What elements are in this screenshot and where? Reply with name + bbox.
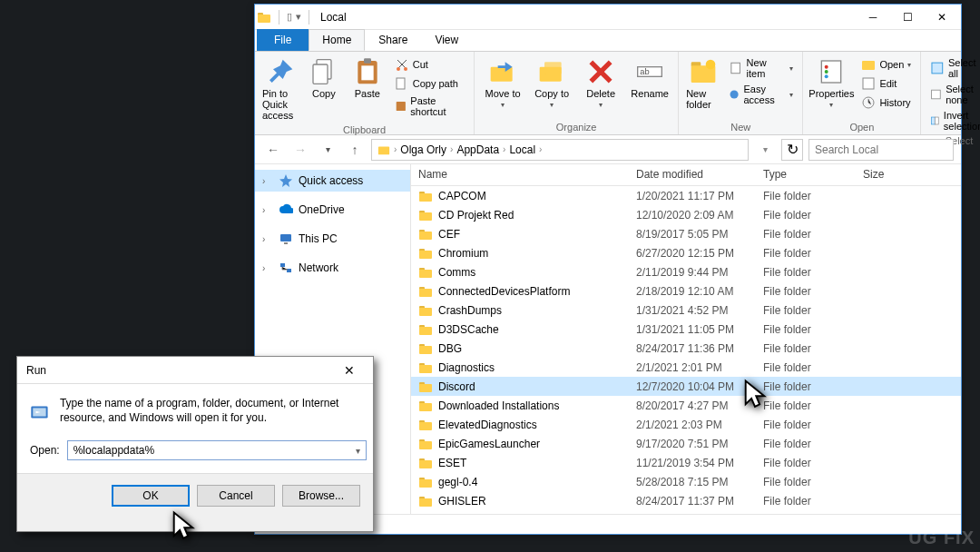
file-row[interactable]: CD Projekt Red12/10/2020 2:09 AMFile fol… (411, 205, 961, 224)
run-titlebar: Run ✕ (17, 357, 373, 384)
file-row[interactable]: CAPCOM1/20/2021 11:17 PMFile folder (411, 186, 961, 205)
file-row[interactable]: Diagnostics2/1/2021 2:01 PMFile folder (411, 358, 961, 377)
svg-point-24 (825, 74, 828, 78)
ribbon: Pin to Quick access Copy Paste Cut Copy … (255, 52, 961, 135)
file-row[interactable]: DBG8/24/2017 11:36 PMFile folder (411, 339, 961, 358)
history-button[interactable]: History (858, 94, 915, 112)
qat-item[interactable]: ▾ (296, 11, 301, 23)
nav-item-this-pc[interactable]: ›This PC (255, 228, 410, 250)
tab-share[interactable]: Share (365, 29, 421, 51)
svg-rect-29 (932, 90, 941, 99)
paste-button[interactable]: Paste (348, 55, 387, 101)
selectall-icon (930, 61, 945, 75)
minimize-button[interactable]: ─ (856, 5, 890, 30)
browse-button[interactable]: Browse... (282, 485, 360, 507)
file-row[interactable]: Downloaded Installations8/20/2017 4:27 P… (411, 396, 961, 415)
window-title: Local (320, 11, 347, 24)
file-row[interactable]: ElevatedDiagnostics2/1/2021 2:03 PMFile … (411, 415, 961, 434)
svg-rect-66 (419, 460, 432, 468)
col-size[interactable]: Size (856, 164, 928, 185)
col-date[interactable]: Date modified (629, 164, 756, 185)
cancel-button[interactable]: Cancel (197, 485, 275, 507)
file-row[interactable]: D3DSCache1/31/2021 11:05 PMFile folder (411, 320, 961, 339)
svg-rect-46 (419, 270, 432, 278)
svg-rect-50 (419, 308, 432, 316)
cut-icon (395, 57, 409, 72)
file-row[interactable]: ESET11/21/2019 3:54 PMFile folder (411, 453, 961, 472)
invert-icon (930, 113, 940, 128)
selectnone-icon (930, 87, 942, 102)
ok-button[interactable]: OK (112, 485, 190, 507)
pasteshortcut-icon (395, 99, 407, 113)
file-list: Name Date modified Type Size CAPCOM1/20/… (411, 164, 961, 514)
svg-rect-70 (419, 498, 432, 507)
file-row[interactable]: Discord12/7/2020 10:04 PMFile folder (411, 377, 961, 396)
new-folder-button[interactable]: New folder (684, 55, 721, 112)
properties-button[interactable]: Properties▾ (808, 55, 854, 111)
svg-text:ab: ab (640, 67, 649, 76)
breadcrumb-segment[interactable]: Local (509, 143, 535, 156)
nav-back-button[interactable]: ← (262, 139, 284, 161)
tab-file[interactable]: File (257, 29, 309, 51)
cut-button[interactable]: Cut (391, 55, 468, 74)
nav-item-network[interactable]: ›Network (255, 257, 410, 279)
close-button[interactable]: ✕ (925, 5, 959, 30)
svg-rect-34 (284, 242, 288, 244)
nav-forward-button[interactable]: → (289, 139, 311, 161)
maximize-button[interactable]: ☐ (890, 5, 925, 30)
svg-rect-26 (863, 78, 874, 89)
tab-home[interactable]: Home (309, 29, 365, 51)
refresh-button[interactable]: ↻ (781, 139, 803, 161)
rename-icon: ab (635, 57, 664, 86)
file-row[interactable]: gegl-0.45/28/2018 7:15 PMFile folder (411, 472, 961, 491)
new-item-button[interactable]: New item ▾ (725, 55, 797, 81)
file-row[interactable]: EpicGamesLauncher9/17/2020 7:51 PMFile f… (411, 434, 961, 453)
open-button[interactable]: Open ▾ (858, 55, 915, 74)
run-input[interactable] (67, 440, 367, 460)
file-row[interactable]: GHISLER8/24/2017 11:37 PMFile folder (411, 491, 961, 510)
qat-item[interactable]: ▯ (287, 11, 292, 23)
nav-item-onedrive[interactable]: ›OneDrive (255, 199, 410, 221)
breadcrumb-dropdown[interactable]: ▾ (754, 139, 776, 161)
move-to-button[interactable]: Move to▾ (480, 55, 525, 111)
nav-item-quick-access[interactable]: ›Quick access (255, 170, 410, 192)
copy-icon (309, 57, 338, 86)
select-all-button[interactable]: Select all (926, 55, 980, 81)
select-none-button[interactable]: Select none (926, 82, 980, 107)
paste-shortcut-button[interactable]: Paste shortcut (391, 94, 468, 119)
pin-quick-access-button[interactable]: Pin to Quick access (260, 55, 300, 123)
open-icon (861, 57, 876, 72)
col-type[interactable]: Type (756, 164, 856, 185)
svg-rect-35 (280, 263, 285, 267)
tab-view[interactable]: View (421, 29, 472, 51)
rename-button[interactable]: abRename (627, 55, 672, 101)
file-row[interactable]: CEF8/19/2017 5:05 PMFile folder (411, 224, 961, 243)
invert-selection-button[interactable]: Invert selection (926, 108, 980, 133)
file-rows: CAPCOM1/20/2021 11:17 PMFile folderCD Pr… (411, 186, 961, 514)
run-close-button[interactable]: ✕ (335, 357, 364, 384)
nav-recent-button[interactable]: ▾ (317, 139, 338, 161)
breadcrumb[interactable]: › Olga Orly › AppData › Local › (371, 139, 749, 161)
nav-up-button[interactable]: ↑ (344, 139, 366, 161)
ribbon-group-select: Select all Select none Invert selection … (921, 52, 980, 134)
col-name[interactable]: Name (411, 164, 629, 185)
file-row[interactable]: Comms2/11/2019 9:44 PMFile folder (411, 262, 961, 281)
search-input[interactable] (808, 139, 954, 161)
breadcrumb-segment[interactable]: AppData (456, 143, 499, 156)
file-row[interactable]: Chromium6/27/2020 12:15 PMFile folder (411, 243, 961, 262)
breadcrumb-segment[interactable]: Olga Orly (400, 143, 446, 156)
file-row[interactable]: CrashDumps1/31/2021 4:52 PMFile folder (411, 301, 961, 320)
svg-rect-56 (419, 365, 432, 373)
delete-button[interactable]: Delete▾ (578, 55, 623, 111)
copy-button[interactable]: Copy (304, 55, 344, 101)
svg-rect-5 (361, 65, 373, 80)
svg-rect-25 (862, 61, 875, 70)
file-row[interactable]: ConnectedDevicesPlatform2/18/2019 12:10 … (411, 281, 961, 301)
svg-rect-60 (419, 403, 432, 411)
easy-access-button[interactable]: Easy access ▾ (725, 82, 797, 107)
ribbon-group-new: New folder New item ▾ Easy access ▾ New (679, 52, 803, 134)
copy-path-button[interactable]: Copy path (391, 74, 468, 93)
edit-button[interactable]: Edit (858, 74, 915, 93)
copy-to-button[interactable]: Copy to▾ (529, 55, 574, 111)
delete-icon (586, 57, 615, 86)
